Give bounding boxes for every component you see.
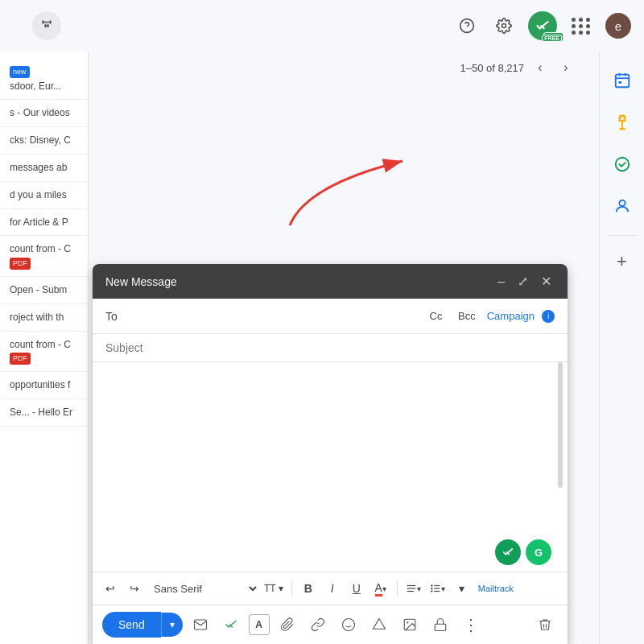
pagination-prev[interactable]: ‹ bbox=[530, 58, 550, 77]
bcc-link[interactable]: Bcc bbox=[458, 310, 476, 322]
list-button[interactable]: ▾ bbox=[427, 577, 449, 600]
subject-input[interactable] bbox=[105, 341, 555, 354]
text-size-button[interactable]: TT ▾ bbox=[261, 577, 287, 600]
italic-button[interactable]: I bbox=[321, 577, 344, 600]
compose-header[interactable]: New Message – ⤢ ✕ bbox=[93, 264, 568, 299]
list-item[interactable]: Open - Subm bbox=[0, 277, 88, 304]
compose-title: New Message bbox=[105, 275, 177, 288]
close-button[interactable]: ✕ bbox=[538, 272, 555, 291]
sidebar-icon-tasks[interactable] bbox=[606, 148, 638, 180]
apps-grid-icon bbox=[570, 16, 592, 36]
svg-point-26 bbox=[342, 619, 354, 631]
user-avatar[interactable]: e bbox=[605, 13, 631, 39]
list-item[interactable]: count from - C PDF bbox=[0, 236, 88, 277]
photo-button[interactable] bbox=[397, 612, 423, 638]
compose-window: New Message – ⤢ ✕ To Cc Bcc Campaign i bbox=[93, 264, 568, 644]
font-select[interactable]: Sans Serif Arial Times New Roman bbox=[147, 582, 259, 596]
redo-button[interactable]: ↪ bbox=[123, 577, 146, 600]
sidebar-icon-calendar[interactable] bbox=[606, 64, 638, 97]
mailtrack-body-button[interactable] bbox=[495, 539, 521, 565]
maximize-button[interactable]: ⤢ bbox=[514, 272, 531, 291]
svg-rect-31 bbox=[435, 624, 446, 630]
minimize-button[interactable]: – bbox=[494, 273, 508, 291]
pagination: 1–50 of 8,217 ‹ › bbox=[460, 58, 576, 77]
list-item[interactable]: new sdoor, Eur... bbox=[0, 58, 88, 100]
right-sidebar: + bbox=[599, 52, 644, 644]
svg-point-16 bbox=[619, 200, 625, 206]
lock-button[interactable] bbox=[427, 612, 453, 638]
list-item[interactable]: for Article & P bbox=[0, 209, 88, 237]
compose-subject-row bbox=[93, 334, 568, 362]
compose-to-row: To Cc Bcc Campaign i bbox=[93, 299, 568, 334]
list-item[interactable]: cks: Disney, C bbox=[0, 127, 88, 155]
text-size-icon: TT ▾ bbox=[264, 583, 283, 594]
svg-rect-14 bbox=[618, 116, 625, 122]
free-badge: FREE bbox=[543, 32, 564, 42]
email-list: new sdoor, Eur... s - Our videos cks: Di… bbox=[0, 52, 89, 644]
compose-scrollbar bbox=[558, 362, 563, 488]
compose-actions: Send ▾ A bbox=[93, 605, 568, 644]
attach-button[interactable] bbox=[275, 612, 300, 638]
compose-body-actions: G bbox=[495, 539, 551, 565]
format-text-button[interactable]: A bbox=[249, 614, 270, 635]
sidebar-add-button[interactable]: + bbox=[609, 249, 635, 275]
text-color-button[interactable]: A ▾ bbox=[369, 577, 392, 600]
sidebar-icon-keep[interactable] bbox=[606, 106, 638, 138]
campaign-info-icon[interactable]: i bbox=[542, 310, 555, 323]
settings-button[interactable] bbox=[491, 13, 517, 39]
apps-button[interactable] bbox=[568, 13, 594, 39]
pagination-next[interactable]: › bbox=[556, 58, 576, 77]
send-button[interactable]: Send bbox=[102, 612, 161, 638]
list-item[interactable]: roject with th bbox=[0, 304, 88, 332]
cc-bcc-group: Cc Bcc bbox=[430, 310, 476, 322]
list-item[interactable]: d you a miles bbox=[0, 182, 88, 209]
svg-point-23 bbox=[431, 584, 432, 586]
drive-button[interactable] bbox=[366, 612, 392, 638]
pdf-badge: PDF bbox=[10, 258, 31, 270]
svg-rect-13 bbox=[618, 81, 621, 84]
trash-button[interactable] bbox=[532, 612, 558, 638]
to-input[interactable] bbox=[128, 310, 430, 323]
compose-header-actions: – ⤢ ✕ bbox=[494, 272, 555, 291]
mailtrack-action-icon[interactable] bbox=[188, 612, 213, 638]
more-formatting-button[interactable]: ▾ bbox=[451, 577, 473, 600]
pagination-range: 1–50 of 8,217 bbox=[460, 62, 524, 74]
underline-button[interactable]: U bbox=[345, 577, 368, 600]
top-bar-left bbox=[32, 11, 61, 40]
campaign-link[interactable]: Campaign bbox=[487, 310, 535, 322]
mailtrack-text: Mailtrack bbox=[478, 584, 514, 593]
svg-point-15 bbox=[615, 158, 629, 171]
send-dropdown-button[interactable]: ▾ bbox=[161, 613, 183, 637]
align-button[interactable]: ▾ bbox=[402, 577, 425, 600]
svg-point-30 bbox=[407, 621, 408, 623]
mailtrack-action-icon-2[interactable] bbox=[218, 612, 244, 638]
svg-rect-9 bbox=[615, 75, 629, 88]
filter-icon[interactable] bbox=[32, 11, 61, 40]
new-badge: new bbox=[10, 66, 30, 78]
toolbar-divider-1 bbox=[291, 580, 292, 597]
svg-point-8 bbox=[502, 24, 506, 28]
mailtrack-header-icon[interactable]: FREE bbox=[528, 11, 557, 40]
bold-button[interactable]: B bbox=[297, 577, 320, 600]
compose-body[interactable]: G bbox=[93, 362, 568, 572]
link-button[interactable] bbox=[305, 612, 331, 638]
to-label: To bbox=[105, 310, 128, 323]
sidebar-icon-contacts[interactable] bbox=[606, 190, 638, 222]
svg-point-25 bbox=[431, 590, 432, 592]
compose-toolbar: ↩ ↪ Sans Serif Arial Times New Roman TT … bbox=[93, 572, 568, 605]
list-item[interactable]: opportunities f bbox=[0, 372, 88, 399]
undo-button[interactable]: ↩ bbox=[99, 577, 122, 600]
list-item[interactable]: Se... - Hello Er bbox=[0, 399, 88, 427]
list-item[interactable]: messages ab bbox=[0, 155, 88, 182]
grammarly-button[interactable]: G bbox=[526, 539, 551, 565]
emoji-button[interactable] bbox=[336, 612, 361, 638]
help-button[interactable] bbox=[454, 13, 480, 39]
more-actions-button[interactable]: ⋮ bbox=[458, 612, 484, 638]
list-item[interactable]: count from - C PDF bbox=[0, 332, 88, 373]
cc-bcc-campaign: Cc Bcc Campaign i bbox=[430, 310, 555, 323]
top-bar-right: FREE e bbox=[454, 11, 631, 40]
svg-point-24 bbox=[431, 588, 432, 589]
send-btn-group: Send ▾ bbox=[102, 612, 183, 638]
cc-link[interactable]: Cc bbox=[430, 310, 443, 322]
list-item[interactable]: s - Our videos bbox=[0, 100, 88, 127]
